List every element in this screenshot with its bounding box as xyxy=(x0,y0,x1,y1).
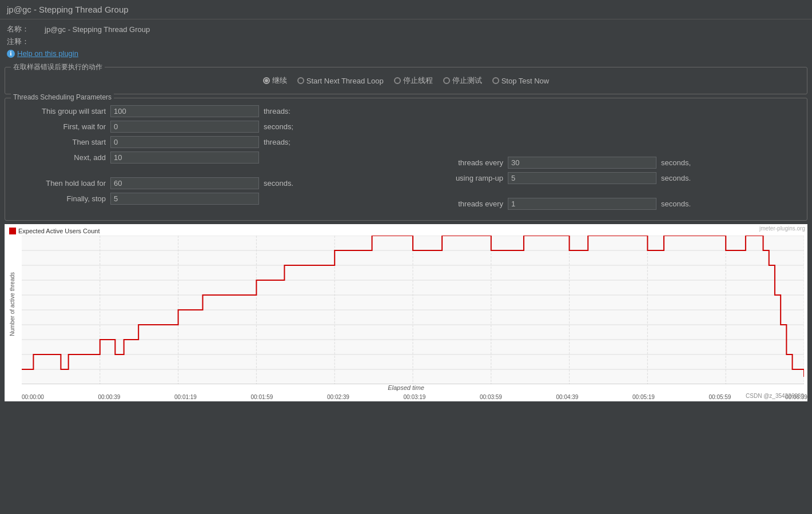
window-title: jp@gc - Stepping Thread Group xyxy=(0,0,812,19)
hold-load-unit: seconds. xyxy=(264,179,293,188)
chart-watermark: jmeter-plugins.org xyxy=(759,225,805,232)
radio-next-thread[interactable]: Start Next Thread Loop xyxy=(297,77,384,85)
radio-continue[interactable]: 继续 xyxy=(263,75,287,86)
radio-stop-now[interactable]: Stop Test Now xyxy=(492,77,550,85)
next-add-label: Next, add xyxy=(14,153,106,162)
next-add-input[interactable] xyxy=(110,152,259,164)
hold-load-label: Then hold load for xyxy=(14,179,106,188)
name-label: 名称： xyxy=(7,24,41,34)
threads-every-unit: seconds, xyxy=(661,158,691,167)
radio-stop-test[interactable]: 停止测试 xyxy=(443,75,482,86)
radio-circle-stop-test xyxy=(443,77,450,84)
this-group-start-label: This group will start xyxy=(14,107,106,115)
csdn-watermark: CSDN @z_354226080 xyxy=(746,393,804,399)
scheduling-title: Threads Scheduling Parameters xyxy=(11,93,114,101)
radio-label-stop-now: Stop Test Now xyxy=(501,77,550,85)
first-wait-label: First, wait for xyxy=(14,122,106,131)
radio-circle-next-thread xyxy=(297,77,304,84)
comments-label: 注释： xyxy=(7,37,41,47)
then-start-input[interactable] xyxy=(110,136,259,148)
radio-circle-stop-now xyxy=(492,77,499,84)
threads-every-input[interactable] xyxy=(508,157,656,169)
error-section: 在取样器错误后要执行的动作 继续 Start Next Thread Loop … xyxy=(5,67,807,94)
x-tick-1: 00:00:39 xyxy=(98,394,121,400)
radio-label-stop-thread: 停止线程 xyxy=(403,75,433,86)
x-tick-3: 00:01:59 xyxy=(251,394,273,400)
info-icon: ℹ xyxy=(7,50,15,58)
finally-threads-every-label: threads every xyxy=(412,200,503,208)
then-start-unit: threads; xyxy=(264,138,290,146)
finally-threads-every-input[interactable] xyxy=(508,198,656,210)
x-axis-label: Elapsed time xyxy=(388,384,424,391)
using-rampup-label: using ramp-up xyxy=(412,174,503,182)
first-wait-input[interactable] xyxy=(110,121,259,133)
help-link[interactable]: Help on this plugin xyxy=(17,49,78,58)
chart-area: Expected Active Users Count jmeter-plugi… xyxy=(5,224,807,401)
finally-stop-label: Finally, stop xyxy=(14,194,106,203)
name-value: jp@gc - Stepping Thread Group xyxy=(45,25,150,34)
radio-stop-thread[interactable]: 停止线程 xyxy=(394,75,433,86)
x-tick-4: 00:02:39 xyxy=(327,394,349,400)
error-radio-group: 继续 Start Next Thread Loop 停止线程 停止测试 Stop… xyxy=(12,72,800,89)
this-group-start-unit: threads: xyxy=(264,107,290,115)
x-tick-2: 00:01:19 xyxy=(174,394,197,400)
using-rampup-input[interactable] xyxy=(508,172,656,184)
x-tick-9: 00:05:59 xyxy=(709,394,731,400)
x-tick-0: 00:00:00 xyxy=(22,394,44,400)
scheduling-section: Threads Scheduling Parameters This group… xyxy=(5,98,807,221)
radio-label-continue: 继续 xyxy=(272,75,287,86)
radio-label-next-thread: Start Next Thread Loop xyxy=(307,77,384,85)
finally-stop-input[interactable] xyxy=(110,193,259,205)
finally-threads-every-unit: seconds. xyxy=(661,200,691,208)
chart-svg: 0 10 20 30 40 50 60 70 80 90 100 xyxy=(22,236,804,384)
chart-legend-label: Expected Active Users Count xyxy=(18,228,99,234)
x-tick-6: 00:03:59 xyxy=(480,394,502,400)
radio-circle-continue xyxy=(263,77,270,84)
y-axis-label: Number of active threads xyxy=(9,272,15,336)
x-tick-5: 00:03:19 xyxy=(404,394,426,400)
first-wait-unit: seconds; xyxy=(264,122,293,131)
chart-legend: Expected Active Users Count xyxy=(9,228,99,234)
using-rampup-unit: seconds. xyxy=(661,174,691,182)
this-group-start-input[interactable] xyxy=(110,105,259,117)
x-tick-8: 00:05:19 xyxy=(632,394,655,400)
error-section-title: 在取样器错误后要执行的动作 xyxy=(11,62,105,72)
radio-circle-stop-thread xyxy=(394,77,401,84)
then-start-label: Then start xyxy=(14,138,106,146)
x-tick-7: 00:04:39 xyxy=(556,394,579,400)
hold-load-input[interactable] xyxy=(110,177,259,189)
radio-label-stop-test: 停止测试 xyxy=(452,75,482,86)
threads-every-label: threads every xyxy=(412,158,503,167)
